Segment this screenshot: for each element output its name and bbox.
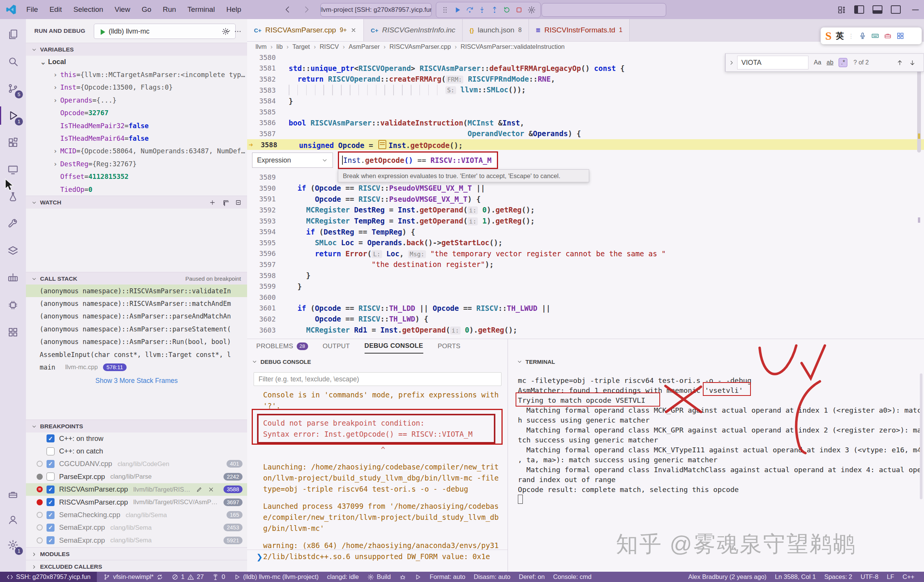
- start-debug-icon[interactable]: [98, 28, 106, 35]
- status-language-mode[interactable]: C++: [898, 572, 919, 582]
- code-line-3596[interactable]: 3596 return Error(L: Loc, Msg: "the temp…: [247, 248, 924, 259]
- excluded-callers-section-header[interactable]: EXCLUDED CALLERS: [26, 560, 247, 572]
- activity-grid-icon[interactable]: [0, 320, 26, 345]
- gear-dropdown-icon[interactable]: [526, 5, 536, 15]
- stop-icon[interactable]: [514, 5, 524, 15]
- code-line-3592[interactable]: 3592 MCRegister DestReg = Inst.getOperan…: [247, 204, 924, 216]
- breakpoint-checkbox[interactable]: ✓: [46, 460, 54, 468]
- code-block-lower[interactable]: 35893590 if (Opcode == RISCV::PseudoVMSG…: [247, 171, 924, 335]
- continue-icon[interactable]: [453, 5, 462, 15]
- tab-RISCVGenInstrInfo.inc[interactable]: C+RISCVGenInstrInfo.inc: [364, 19, 462, 41]
- activity-explorer-icon[interactable]: [0, 22, 26, 46]
- stack-frame[interactable]: mainllvm-mc.cpp578:11: [26, 361, 247, 373]
- code-line-3591[interactable]: 3591 Opcode == RISCV::PseudoVMSGE_VX_M_T…: [247, 194, 924, 205]
- code-line-3584[interactable]: 3584}: [247, 96, 924, 106]
- code-line-3587[interactable]: 3587 OperandVector &Operands) {: [247, 128, 924, 139]
- variable-row[interactable]: ›MCID = {Opcode:58064, NumOperands:63487…: [26, 145, 247, 158]
- terminal-scrollbar[interactable]: [920, 373, 922, 499]
- breakpoint-checkbox[interactable]: ✓: [46, 485, 54, 493]
- activity-extensions-icon[interactable]: [0, 130, 26, 155]
- code-line-3601[interactable]: 3601 if (Opcode == RISCV::TH_LDD || Opco…: [247, 303, 924, 314]
- condition-type-select[interactable]: Expression: [252, 153, 333, 168]
- status-eol[interactable]: LF: [883, 572, 898, 582]
- customize-layout-icon[interactable]: [837, 5, 846, 14]
- code-line-3590[interactable]: 3590 if (Opcode == RISCV::PseudoVMSGEU_V…: [247, 183, 924, 194]
- collapse-all-icon[interactable]: [235, 199, 242, 206]
- panel-tab-output[interactable]: OUTPUT: [323, 339, 350, 353]
- variable-row[interactable]: Opcode = 32767: [26, 107, 247, 119]
- match-case-icon[interactable]: Aa: [814, 59, 822, 66]
- status-indentation[interactable]: Spaces: 2: [820, 572, 856, 582]
- activity-chip-icon[interactable]: [0, 293, 26, 317]
- variable-row[interactable]: IsTHeadMemPair64 = false: [26, 132, 247, 145]
- ime-keyboard-icon[interactable]: [871, 32, 879, 40]
- activity-source-control-icon[interactable]: 5: [0, 76, 26, 101]
- breadcrumb-item[interactable]: RISCVAsmParser::validateInstruction: [461, 43, 565, 50]
- breadcrumb-item[interactable]: llvm: [256, 43, 267, 50]
- activity-toolbox-icon[interactable]: [0, 483, 26, 507]
- show-more-frames-link[interactable]: Show 3 More Stack Frames: [26, 377, 247, 385]
- breakpoints-section-header[interactable]: BREAKPOINTS: [26, 420, 247, 432]
- activity-run-debug-icon[interactable]: 1: [0, 103, 26, 128]
- stack-frame[interactable]: (anonymous namespace)::AsmParser::parseS…: [26, 323, 247, 335]
- panel-tab-debug-console[interactable]: DEBUG CONSOLE: [365, 339, 423, 354]
- stack-frame[interactable]: (anonymous namespace)::RISCVAsmParser::v…: [26, 285, 247, 297]
- breadcrumb-item[interactable]: RISCVAsmParser.cpp: [389, 43, 451, 50]
- toggle-panel-icon[interactable]: [873, 5, 883, 14]
- variables-section-header[interactable]: VARIABLES: [26, 43, 247, 56]
- command-center[interactable]: llvm-project [SSH: g270x87957.yicp.fun]: [320, 3, 432, 17]
- stack-frame[interactable]: (anonymous namespace)::RISCVAsmParser::m…: [26, 297, 247, 310]
- activity-manage-gear-icon[interactable]: 1: [0, 533, 26, 557]
- views-more-icon[interactable]: [234, 28, 242, 35]
- panel-split-sash[interactable]: [508, 339, 508, 572]
- breakpoint-checkbox[interactable]: ✓: [46, 511, 54, 519]
- status-encoding[interactable]: UTF-8: [856, 572, 883, 582]
- toggle-secondary-sidebar-icon[interactable]: [891, 5, 901, 14]
- code-line-3594[interactable]: 3594 if (DestReg == TempReg) {: [247, 226, 924, 237]
- forward-icon[interactable]: [302, 5, 311, 14]
- variable-row[interactable]: TiedOp = 0: [26, 183, 247, 196]
- stack-frame[interactable]: (anonymous namespace)::AsmParser::Run(bo…: [26, 336, 247, 348]
- modules-section-header[interactable]: MODULES: [26, 547, 247, 560]
- minimize-icon[interactable]: ─: [912, 4, 919, 15]
- ime-toolbox-icon[interactable]: [884, 32, 892, 40]
- add-watch-expression-icon[interactable]: [209, 199, 216, 206]
- launch-config-select[interactable]: (lldb) llvm-mc: [94, 24, 236, 39]
- ime-grid-icon[interactable]: [896, 32, 904, 40]
- restart-icon[interactable]: [502, 5, 512, 15]
- status-format[interactable]: Format: auto: [426, 572, 470, 582]
- status-debug-session[interactable]: (lldb) llvm-mc (llvm-project): [229, 572, 323, 582]
- variable-row[interactable]: ›DestReg = {Reg:32767}: [26, 158, 247, 170]
- activity-account-icon[interactable]: [0, 508, 26, 532]
- remove-breakpoint-icon[interactable]: [208, 486, 214, 493]
- breakpoint-checkbox[interactable]: [46, 473, 54, 481]
- variable-row[interactable]: ›this = {llvm::MCTargetAsmParser:<incomp…: [26, 68, 247, 81]
- toggle-replace-icon[interactable]: [728, 59, 735, 66]
- breakpoint-row[interactable]: ✓SemaExpr.cppclang/lib/Sema2453: [26, 521, 247, 534]
- status-build[interactable]: Build: [363, 572, 395, 582]
- search-box[interactable]: [541, 3, 666, 17]
- breakpoint-checkbox[interactable]: [46, 447, 54, 455]
- status-clangd-status[interactable]: clangd: idle: [323, 572, 363, 582]
- ime-mic-icon[interactable]: [858, 32, 867, 40]
- breakpoint-row[interactable]: ✓RISCVAsmParser.cppllvm/lib/Target/RISCV…: [26, 496, 247, 508]
- panel-tab-problems[interactable]: PROBLEMS28: [256, 339, 308, 353]
- code-line-3588[interactable]: ➜3588 unsigned Opcode = Inst.getOpcode()…: [247, 139, 924, 150]
- breadcrumb-item[interactable]: RISCV: [320, 43, 339, 50]
- breakpoint-row[interactable]: C++: on catch: [26, 445, 247, 457]
- code-line-3595[interactable]: 3595 SMLoc Loc = Operands.back()->getSta…: [247, 237, 924, 248]
- breakpoint-row[interactable]: ParseExpr.cppclang/lib/Parse2242: [26, 470, 247, 483]
- tab-launch.json[interactable]: {}launch.json8: [462, 19, 529, 41]
- code-line-3603[interactable]: 3603 MCRegister Rd1 = Inst.getOperand(i:…: [247, 325, 924, 336]
- back-icon[interactable]: [283, 5, 292, 14]
- activity-tools-icon[interactable]: [0, 212, 26, 236]
- breakpoint-row[interactable]: ≡✓RISCVAsmParser.cppllvm/lib/Target/RIS……: [26, 483, 247, 496]
- breakpoint-checkbox[interactable]: ✓: [46, 536, 54, 544]
- regex-icon[interactable]: .*: [838, 58, 847, 67]
- breakpoint-row[interactable]: ✓SemaExpr.cppclang/lib/Sema5921: [26, 534, 247, 547]
- debug-console-header[interactable]: DEBUG CONSOLE: [252, 356, 311, 367]
- code-line-3586[interactable]: 3586bool RISCVAsmParser::validateInstruc…: [247, 117, 924, 129]
- code-line-3597[interactable]: 3597 "the destination register");: [247, 259, 924, 270]
- status-cursor-position[interactable]: Ln 3588, Col 1: [771, 572, 820, 582]
- breakpoint-checkbox[interactable]: ✓: [46, 524, 54, 532]
